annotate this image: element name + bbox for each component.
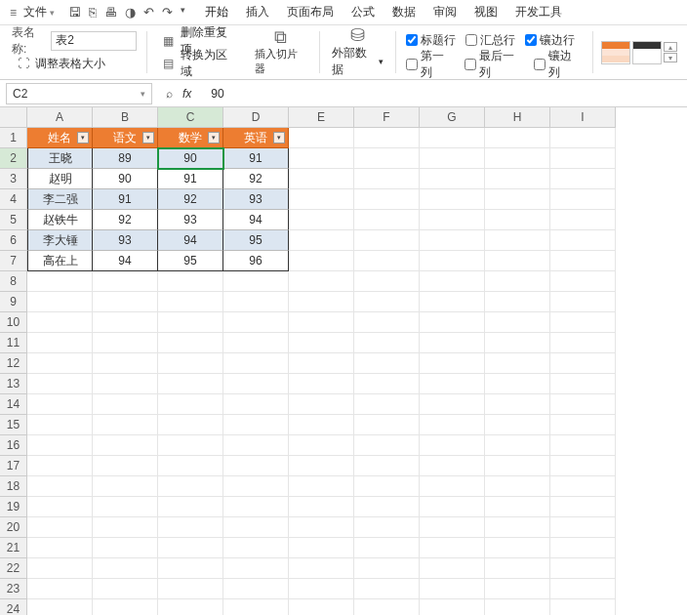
row-header[interactable]: 16 bbox=[0, 435, 27, 456]
tab-7[interactable]: 开发工具 bbox=[513, 2, 564, 22]
slicer-button[interactable]: ⧉ 插入切片器 bbox=[247, 29, 315, 76]
cell[interactable]: 91 bbox=[93, 189, 158, 210]
cell[interactable] bbox=[354, 271, 420, 292]
cell[interactable] bbox=[93, 353, 158, 374]
cell[interactable] bbox=[550, 394, 616, 415]
cell[interactable] bbox=[93, 374, 158, 394]
cell[interactable] bbox=[354, 189, 420, 210]
cell[interactable] bbox=[485, 456, 550, 476]
cell[interactable] bbox=[223, 497, 289, 517]
cell[interactable] bbox=[27, 353, 93, 374]
row-header[interactable]: 15 bbox=[0, 415, 27, 435]
cell[interactable] bbox=[93, 394, 158, 415]
row-header[interactable]: 14 bbox=[0, 394, 27, 415]
col-header[interactable]: B bbox=[93, 107, 158, 128]
col-header[interactable]: C bbox=[158, 107, 223, 128]
cell[interactable] bbox=[420, 415, 485, 435]
cell[interactable] bbox=[550, 148, 616, 169]
cell[interactable] bbox=[27, 435, 93, 456]
style-swatch[interactable] bbox=[632, 41, 662, 64]
col-header[interactable]: H bbox=[485, 107, 550, 128]
cell[interactable] bbox=[354, 128, 420, 148]
cell[interactable] bbox=[485, 189, 550, 210]
cell[interactable] bbox=[420, 579, 485, 599]
cell[interactable]: 李二强 bbox=[27, 189, 93, 210]
cell[interactable]: 语文▾ bbox=[93, 128, 158, 148]
cell[interactable] bbox=[158, 271, 223, 292]
cell[interactable] bbox=[158, 579, 223, 599]
cell[interactable] bbox=[420, 271, 485, 292]
undo-icon[interactable]: ↶ bbox=[143, 5, 154, 20]
row-header[interactable]: 5 bbox=[0, 210, 27, 230]
row-header[interactable]: 6 bbox=[0, 230, 27, 251]
cell[interactable] bbox=[354, 456, 420, 476]
cell[interactable] bbox=[158, 497, 223, 517]
cell[interactable] bbox=[158, 353, 223, 374]
cell[interactable] bbox=[158, 476, 223, 497]
cell[interactable] bbox=[223, 415, 289, 435]
tab-3[interactable]: 公式 bbox=[349, 2, 377, 22]
cell[interactable] bbox=[354, 374, 420, 394]
cell[interactable] bbox=[420, 456, 485, 476]
cell[interactable] bbox=[485, 230, 550, 251]
cell[interactable] bbox=[354, 497, 420, 517]
cell[interactable] bbox=[485, 374, 550, 394]
cell[interactable]: 91 bbox=[158, 169, 223, 189]
cell[interactable] bbox=[420, 476, 485, 497]
cell[interactable] bbox=[289, 435, 354, 456]
cell[interactable] bbox=[27, 579, 93, 599]
tab-2[interactable]: 页面布局 bbox=[285, 2, 336, 22]
cell[interactable] bbox=[550, 312, 616, 333]
cell[interactable] bbox=[485, 415, 550, 435]
cell[interactable] bbox=[93, 312, 158, 333]
cell[interactable] bbox=[93, 517, 158, 538]
cell[interactable] bbox=[93, 456, 158, 476]
cell[interactable] bbox=[93, 435, 158, 456]
cell[interactable] bbox=[485, 251, 550, 271]
row-header[interactable]: 13 bbox=[0, 374, 27, 394]
row-header[interactable]: 18 bbox=[0, 476, 27, 497]
row-header[interactable]: 24 bbox=[0, 599, 27, 615]
formula-input[interactable] bbox=[205, 83, 687, 104]
cell[interactable] bbox=[485, 353, 550, 374]
cell[interactable] bbox=[420, 292, 485, 312]
cell[interactable] bbox=[158, 538, 223, 558]
fx-search-icon[interactable]: ⌕ bbox=[166, 87, 173, 101]
cell[interactable] bbox=[420, 394, 485, 415]
cell[interactable] bbox=[420, 128, 485, 148]
cell[interactable] bbox=[223, 558, 289, 579]
cell[interactable] bbox=[485, 292, 550, 312]
file-menu[interactable]: ≡ 文件 ▾ bbox=[4, 2, 61, 22]
cell[interactable] bbox=[223, 476, 289, 497]
cell[interactable] bbox=[289, 189, 354, 210]
qa-more-icon[interactable]: ▾ bbox=[181, 5, 185, 20]
cell[interactable] bbox=[485, 210, 550, 230]
cell[interactable] bbox=[420, 497, 485, 517]
cell[interactable] bbox=[550, 579, 616, 599]
cell[interactable] bbox=[158, 456, 223, 476]
col-header[interactable]: G bbox=[420, 107, 485, 128]
cell[interactable] bbox=[223, 599, 289, 615]
cell[interactable] bbox=[550, 517, 616, 538]
cell[interactable] bbox=[550, 292, 616, 312]
cell[interactable] bbox=[354, 312, 420, 333]
row-header[interactable]: 11 bbox=[0, 333, 27, 353]
cell[interactable] bbox=[420, 230, 485, 251]
cell[interactable]: 92 bbox=[93, 210, 158, 230]
cell[interactable]: 高在上 bbox=[27, 251, 93, 271]
cell[interactable] bbox=[93, 538, 158, 558]
cell[interactable] bbox=[289, 210, 354, 230]
cell[interactable] bbox=[289, 251, 354, 271]
cell[interactable] bbox=[485, 128, 550, 148]
cell[interactable] bbox=[550, 558, 616, 579]
cell[interactable] bbox=[550, 169, 616, 189]
cell[interactable] bbox=[485, 271, 550, 292]
cell[interactable] bbox=[223, 374, 289, 394]
cell[interactable] bbox=[420, 148, 485, 169]
cell[interactable] bbox=[354, 210, 420, 230]
export-icon[interactable]: ⎘ bbox=[89, 5, 97, 20]
cell[interactable] bbox=[289, 169, 354, 189]
cell[interactable] bbox=[354, 251, 420, 271]
row-header[interactable]: 3 bbox=[0, 169, 27, 189]
cell[interactable] bbox=[158, 333, 223, 353]
